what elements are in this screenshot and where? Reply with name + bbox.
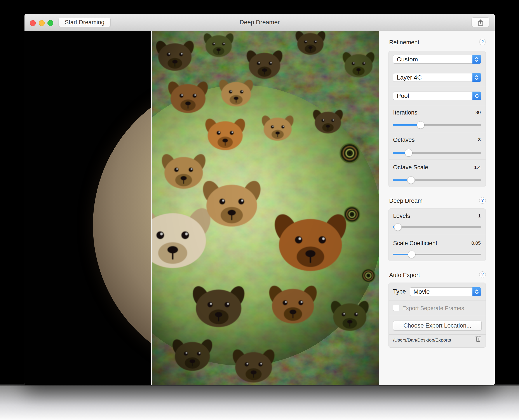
content-area: Refinement ? Custom Layer 4C (24, 31, 495, 385)
minimize-button[interactable] (39, 20, 45, 26)
octaves-value: 8 (478, 137, 481, 143)
dream-image (152, 31, 379, 385)
slider-thumb[interactable] (417, 121, 424, 129)
divider (389, 106, 486, 106)
auto-export-header: Auto Export (389, 272, 420, 279)
unit-dropdown[interactable]: Pool (393, 91, 481, 100)
layer-dropdown-value: Layer 4C (397, 73, 422, 82)
slider-thumb[interactable] (405, 149, 412, 157)
export-type-value: Movie (413, 288, 430, 296)
levels-label: Levels (393, 213, 410, 219)
divider (389, 159, 486, 160)
preview-canvas[interactable] (24, 31, 379, 385)
share-button[interactable] (472, 17, 489, 27)
refinement-header: Refinement (389, 39, 419, 46)
titlebar: Start Dreaming Deep Dreamer (24, 14, 495, 31)
scale-coefficient-slider[interactable] (393, 251, 481, 258)
slider-fill (393, 152, 406, 154)
iterations-slider[interactable] (393, 121, 481, 129)
levels-value: 1 (478, 213, 481, 219)
layer-dropdown[interactable]: Layer 4C (393, 73, 481, 82)
settings-sidebar: Refinement ? Custom Layer 4C (379, 31, 495, 385)
divider (389, 316, 486, 316)
close-button[interactable] (30, 20, 36, 26)
deep-dream-help-button[interactable]: ? (479, 197, 486, 204)
unit-dropdown-value: Pool (397, 92, 409, 100)
divider (389, 133, 486, 133)
dream-image-art (152, 31, 379, 385)
desktop: Start Dreaming Deep Dreamer (0, 0, 519, 420)
iterations-value: 30 (475, 110, 481, 115)
export-separate-frames-label: Export Seperate Frames (402, 305, 464, 312)
slider-fill (393, 124, 419, 126)
preset-dropdown-value: Custom (397, 55, 418, 63)
scale-coefficient-value: 0.05 (471, 240, 481, 246)
app-window: Start Dreaming Deep Dreamer (24, 14, 495, 385)
divider (389, 334, 486, 335)
refinement-help-button[interactable]: ? (479, 39, 486, 45)
trash-icon[interactable] (475, 335, 481, 343)
auto-export-panel: Type Movie Export Seperate Frames Choose… (389, 283, 486, 348)
refinement-panel: Custom Layer 4C Pool (389, 51, 486, 187)
slider-thumb[interactable] (408, 251, 415, 258)
choose-export-location-button[interactable]: Choose Export Location... (393, 321, 482, 331)
divider (389, 235, 486, 235)
zoom-button[interactable] (47, 20, 53, 26)
slider-fill (393, 180, 409, 181)
up-down-chevrons-icon (473, 91, 481, 100)
deep-dream-header: Deep Dream (389, 198, 423, 204)
up-down-chevrons-icon (473, 287, 481, 296)
octaves-label: Octaves (393, 137, 415, 143)
auto-export-help-button[interactable]: ? (479, 271, 486, 278)
start-dreaming-button[interactable]: Start Dreaming (59, 18, 111, 27)
export-separate-frames-checkbox[interactable] (393, 305, 399, 311)
divider (389, 300, 486, 300)
slider-fill (393, 254, 410, 255)
export-type-dropdown[interactable]: Movie (410, 287, 481, 296)
export-path: /Users/Dan/Desktop/Exports (393, 338, 451, 343)
share-icon (472, 19, 489, 26)
up-down-chevrons-icon (473, 55, 481, 64)
octave-scale-value: 1.4 (474, 165, 481, 170)
deep-dream-panel: Levels 1 Scale Coefficient 0.05 (389, 209, 486, 261)
octave-scale-slider[interactable] (393, 176, 481, 184)
slider-thumb[interactable] (407, 176, 415, 184)
levels-slider[interactable] (393, 223, 481, 231)
octave-scale-label: Octave Scale (393, 164, 428, 171)
type-label: Type (393, 287, 406, 296)
original-image-pane (24, 31, 151, 385)
slider-thumb[interactable] (394, 223, 402, 231)
iterations-label: Iterations (393, 109, 417, 116)
slider-track[interactable] (393, 226, 481, 228)
pluto-moon-photo (93, 77, 151, 374)
octaves-slider[interactable] (393, 149, 481, 157)
divider (389, 68, 486, 68)
preset-dropdown[interactable]: Custom (393, 55, 481, 64)
up-down-chevrons-icon (473, 73, 481, 82)
scale-coefficient-label: Scale Coefficient (393, 240, 437, 247)
